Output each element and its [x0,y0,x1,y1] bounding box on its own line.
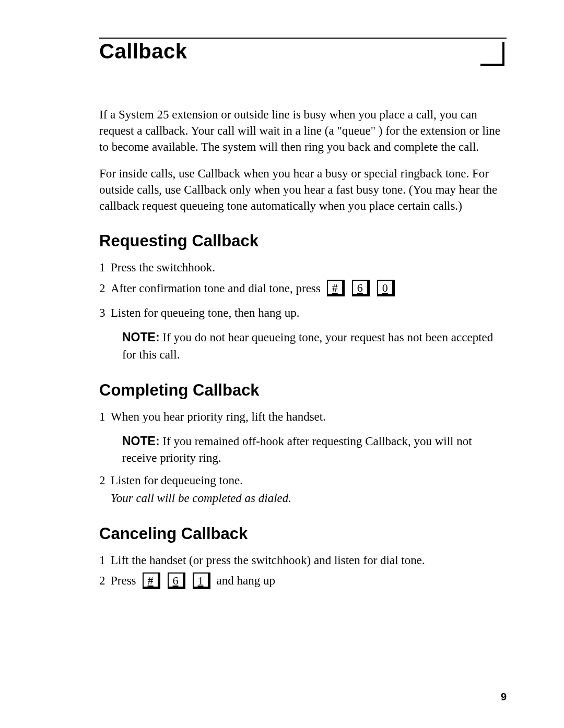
intro-block: If a System 25 extension or outside line… [99,106,507,214]
step-text: Lift the handset (or press the switchhoo… [111,552,507,569]
step-text: Listen for queueing tone, then hang up. [111,304,507,321]
keycap-1: 1 [193,572,210,589]
step-text: When you hear priority ring, lift the ha… [111,408,507,425]
corner-bracket-icon [480,42,504,66]
requesting-step-1: 1 Press the switchhook. [99,259,507,276]
requesting-step-2: 2 After confirmation tone and dial tone,… [99,280,507,297]
step-text-inline: After confirmation tone and dial tone, p… [111,280,321,297]
step-number: 1 [99,552,111,569]
keycap-6: 6 [352,280,370,296]
title-row: Callback [99,38,507,66]
note-text: If you do not hear queueing tone, your r… [122,331,493,361]
keycap-hash: # [143,572,160,589]
step-text-pre: Press [111,572,136,589]
step-number: 2 [99,472,111,507]
keycap-6: 6 [168,572,185,589]
page-title: Callback [99,40,187,63]
step-text: Listen for dequeueing tone. Your call wi… [111,472,507,507]
heading-requesting: Requesting Callback [99,232,507,250]
note-label: NOTE: [122,434,160,448]
step-text-post: and hang up [217,572,275,589]
canceling-step-2: 2 Press # 6 1 and hang up [99,572,507,589]
completing-step-2: 2 Listen for dequeueing tone. Your call … [99,472,507,507]
note-label: NOTE: [122,330,160,344]
intro-paragraph-1: If a System 25 extension or outside line… [99,106,507,155]
step-text: After confirmation tone and dial tone, p… [111,280,507,297]
step-subtext: Your call will be completed as dialed. [111,492,291,505]
heading-completing: Completing Callback [99,381,507,400]
keycap-0: 0 [377,280,395,296]
keycap-hash: # [327,280,345,296]
step-text: Press # 6 1 and hang up [111,572,507,589]
step-number: 1 [99,408,111,425]
step-text: Press the switchhook. [111,259,507,276]
step-number: 2 [99,572,111,589]
heading-canceling: Canceling Callback [99,524,507,543]
requesting-step-3: 3 Listen for queueing tone, then hang up… [99,304,507,321]
intro-paragraph-2: For inside calls, use Callback when you … [99,165,507,214]
completing-note: NOTE: If you remained off-hook after req… [122,433,507,467]
completing-step-1: 1 When you hear priority ring, lift the … [99,408,507,425]
step-number: 2 [99,280,111,297]
step-number: 1 [99,259,111,276]
step-text-line: Listen for dequeueing tone. [111,474,243,487]
page-number: 9 [501,691,507,703]
note-text: If you remained off-hook after requestin… [122,435,472,464]
step-number: 3 [99,304,111,321]
canceling-step-1: 1 Lift the handset (or press the switchh… [99,552,507,569]
requesting-note: NOTE: If you do not hear queueing tone, … [122,329,507,363]
